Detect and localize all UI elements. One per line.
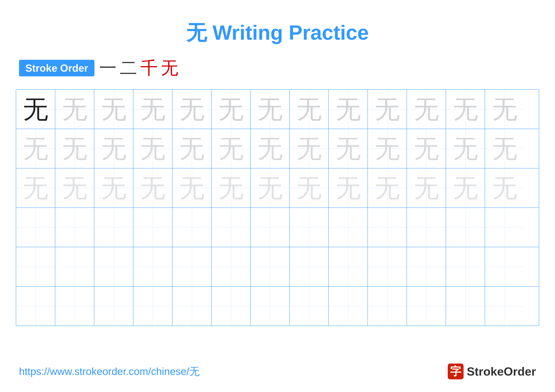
grid-cell[interactable]: 无 <box>290 129 329 168</box>
logo-text: StrokeOrder <box>467 365 536 378</box>
grid-cell[interactable] <box>133 208 172 247</box>
grid-cell[interactable] <box>485 208 524 247</box>
stroke-chars: 一 二 千 无 <box>99 56 178 80</box>
grid-cell[interactable]: 无 <box>212 168 251 207</box>
grid-cell[interactable]: 无 <box>446 168 485 207</box>
grid-cell[interactable]: 无 <box>133 129 172 168</box>
grid-cell[interactable]: 无 <box>172 129 212 168</box>
grid-cell[interactable]: 无 <box>251 129 290 168</box>
page-title: 无 Writing Practice <box>0 0 555 47</box>
grid-cell[interactable] <box>212 247 251 286</box>
stroke-order-badge: Stroke Order <box>19 60 95 76</box>
grid-cell[interactable] <box>172 286 212 326</box>
stroke-char-1: 一 <box>99 56 117 80</box>
grid-cell[interactable]: 无 <box>485 90 524 129</box>
grid-cell[interactable] <box>16 247 55 286</box>
grid-cell[interactable]: 无 <box>368 168 407 207</box>
stroke-char-4: 无 <box>161 56 178 80</box>
grid-cell[interactable] <box>251 286 290 326</box>
grid-cell[interactable]: 无 <box>55 90 94 129</box>
grid-cell[interactable]: 无 <box>16 129 55 168</box>
grid-cell[interactable]: 无 <box>407 90 446 129</box>
grid-cell[interactable]: 无 <box>485 129 524 168</box>
grid-cell[interactable]: 无 <box>251 90 290 129</box>
grid-cell[interactable]: 无 <box>407 168 446 207</box>
grid-cell[interactable]: 无 <box>446 90 485 129</box>
footer-logo: 字 StrokeOrder <box>448 363 536 379</box>
grid-cell[interactable] <box>55 208 94 247</box>
footer-url[interactable]: https://www.strokeorder.com/chinese/无 <box>19 364 200 378</box>
grid-cell[interactable] <box>485 247 524 286</box>
grid-cell[interactable] <box>446 247 485 286</box>
grid-cell[interactable] <box>407 286 446 326</box>
logo-icon: 字 <box>448 363 464 379</box>
grid-cell[interactable] <box>290 208 329 247</box>
grid-cell[interactable] <box>368 247 407 286</box>
grid-cell[interactable] <box>407 247 446 286</box>
grid-cell[interactable] <box>485 286 524 326</box>
grid-cell[interactable] <box>407 208 446 247</box>
grid-cell[interactable]: 无 <box>407 129 446 168</box>
grid-cell[interactable] <box>290 247 329 286</box>
grid-cell[interactable] <box>329 208 368 247</box>
grid-row-2: 无 无 无 无 无 无 无 无 无 无 无 无 无 <box>16 129 539 168</box>
grid-row-6 <box>16 286 539 326</box>
grid-cell[interactable] <box>368 286 407 326</box>
grid-cell[interactable] <box>446 208 485 247</box>
grid-cell[interactable] <box>94 208 133 247</box>
grid-cell[interactable]: 无 <box>485 168 524 207</box>
grid-cell[interactable]: 无 <box>212 129 251 168</box>
grid-cell[interactable]: 无 <box>55 168 94 207</box>
grid-cell[interactable]: 无 <box>94 90 133 129</box>
grid-cell[interactable]: 无 <box>133 168 172 207</box>
grid-cell[interactable] <box>212 286 251 326</box>
grid-cell[interactable]: 无 <box>251 168 290 207</box>
grid-cell[interactable] <box>251 208 290 247</box>
grid-cell[interactable] <box>172 247 212 286</box>
grid-cell[interactable] <box>94 286 133 326</box>
grid-cell[interactable]: 无 <box>329 90 368 129</box>
grid-cell[interactable]: 无 <box>329 168 368 207</box>
grid-cell[interactable]: 无 <box>16 168 55 207</box>
grid-cell[interactable]: 无 <box>16 90 55 129</box>
grid-cell[interactable] <box>55 247 94 286</box>
grid-cell[interactable]: 无 <box>94 129 133 168</box>
grid-cell[interactable] <box>133 247 172 286</box>
grid-cell[interactable] <box>212 208 251 247</box>
grid-cell[interactable]: 无 <box>172 90 212 129</box>
grid-cell[interactable] <box>251 247 290 286</box>
grid-cell[interactable] <box>172 208 212 247</box>
grid-cell[interactable]: 无 <box>446 129 485 168</box>
grid-cell[interactable] <box>329 286 368 326</box>
grid-row-3: 无 无 无 无 无 无 无 无 无 无 无 无 无 <box>16 168 539 208</box>
grid-cell[interactable] <box>16 208 55 247</box>
grid-cell[interactable] <box>290 286 329 326</box>
grid-cell[interactable] <box>94 247 133 286</box>
grid-cell[interactable]: 无 <box>212 90 251 129</box>
grid-cell[interactable]: 无 <box>55 129 94 168</box>
grid-cell[interactable] <box>133 286 172 326</box>
grid-cell[interactable] <box>368 208 407 247</box>
stroke-char-2: 二 <box>120 56 137 80</box>
grid-cell[interactable]: 无 <box>368 129 407 168</box>
grid-cell[interactable]: 无 <box>290 168 329 207</box>
stroke-char-3: 千 <box>140 56 158 80</box>
grid-cell[interactable]: 无 <box>368 90 407 129</box>
stroke-order-section: Stroke Order 一 二 千 无 <box>0 56 555 80</box>
footer: https://www.strokeorder.com/chinese/无 字 … <box>0 363 555 379</box>
grid-cell[interactable]: 无 <box>94 168 133 207</box>
grid-cell[interactable] <box>329 247 368 286</box>
grid-row-4 <box>16 208 539 247</box>
grid-cell[interactable]: 无 <box>172 168 212 207</box>
grid-cell[interactable] <box>446 286 485 326</box>
grid-cell[interactable] <box>16 286 55 326</box>
practice-grid: 无 无 无 无 无 无 无 无 无 无 无 无 无 无 无 无 无 无 无 无 … <box>16 89 539 326</box>
grid-cell[interactable] <box>55 286 94 326</box>
grid-row-5 <box>16 247 539 286</box>
grid-cell[interactable]: 无 <box>329 129 368 168</box>
grid-cell[interactable]: 无 <box>133 90 172 129</box>
grid-cell[interactable]: 无 <box>290 90 329 129</box>
grid-row-1: 无 无 无 无 无 无 无 无 无 无 无 无 无 <box>16 90 539 129</box>
